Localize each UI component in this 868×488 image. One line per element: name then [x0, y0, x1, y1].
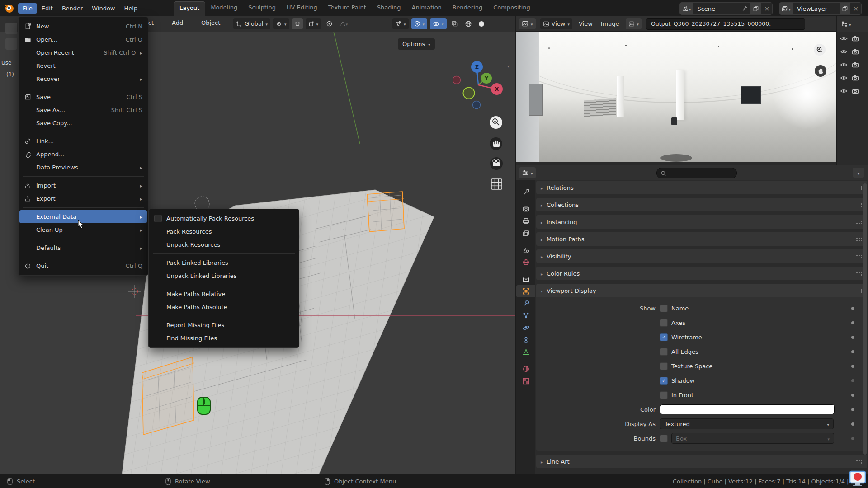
image-mode-dropdown[interactable]: View: [540, 18, 572, 29]
menu-item-revert[interactable]: Revert: [19, 59, 148, 72]
new-viewlayer-icon[interactable]: [840, 3, 850, 14]
shading-wireframe-button[interactable]: [463, 20, 474, 28]
tab-shading[interactable]: Shading: [372, 1, 406, 16]
menu-item-export[interactable]: Export: [19, 192, 148, 205]
hide-viewport-eye-icon[interactable]: [840, 75, 848, 81]
menu-item-auto-pack-resources[interactable]: Automatically Pack Resources: [149, 212, 299, 225]
in-front-checkbox[interactable]: [660, 391, 668, 399]
menu-item-append[interactable]: Append...: [19, 148, 148, 161]
panel-visibility[interactable]: Visibility: [536, 249, 867, 263]
tab-physics-properties[interactable]: [516, 322, 535, 334]
shading-solid-button[interactable]: [476, 20, 486, 28]
tab-compositing[interactable]: Compositing: [488, 1, 536, 16]
menu-item-new[interactable]: New Ctrl N: [19, 20, 148, 33]
tab-tool-properties[interactable]: [516, 186, 535, 198]
properties-filter-button[interactable]: [853, 168, 864, 178]
hide-viewport-eye-icon[interactable]: [840, 88, 848, 94]
shadow-checkbox[interactable]: [660, 377, 668, 385]
menu-item-pack-resources[interactable]: Pack Resources: [149, 225, 299, 238]
animate-dot[interactable]: [851, 437, 854, 440]
animate-dot[interactable]: [851, 336, 854, 339]
disable-render-camera-icon[interactable]: [852, 36, 859, 42]
viewport-camera-button[interactable]: [490, 157, 503, 170]
panel-viewport-display[interactable]: Viewport Display: [536, 284, 867, 297]
panel-drag-grip[interactable]: [855, 220, 863, 225]
tab-collection-properties[interactable]: [516, 273, 535, 285]
remove-viewlayer-icon[interactable]: [850, 3, 861, 14]
snap-magnet-toggle[interactable]: [292, 18, 303, 29]
animate-dot[interactable]: [851, 408, 854, 411]
disable-render-camera-icon[interactable]: [852, 62, 859, 68]
tab-animation[interactable]: Animation: [406, 1, 447, 16]
menu-item-open[interactable]: Open... Ctrl O: [19, 33, 148, 46]
menu-item-data-previews[interactable]: Data Previews: [19, 161, 148, 174]
viewport-menu-add[interactable]: Add: [172, 19, 183, 26]
texture-space-checkbox[interactable]: [660, 362, 668, 370]
menu-item-open-recent[interactable]: Open Recent Shift Ctrl O: [19, 46, 148, 59]
menu-item-report-missing-files[interactable]: Report Missing Files: [149, 319, 299, 332]
auto-pack-checkbox[interactable]: [154, 215, 162, 222]
menu-item-save-as[interactable]: Save As... Shift Ctrl S: [19, 103, 148, 117]
menu-item-link[interactable]: Link...: [19, 135, 148, 148]
menu-window[interactable]: Window: [87, 3, 119, 14]
hide-viewport-eye-icon[interactable]: [840, 49, 848, 55]
disable-render-camera-icon[interactable]: [852, 49, 859, 55]
tab-uv-editing[interactable]: UV Editing: [281, 1, 323, 16]
tab-scene-properties[interactable]: [516, 244, 535, 256]
xray-toggle[interactable]: [449, 20, 460, 27]
viewport-zoom-button[interactable]: [490, 116, 502, 129]
wireframe-checkbox[interactable]: [660, 333, 668, 341]
panel-relations[interactable]: Relations: [536, 181, 867, 194]
panorama-image[interactable]: [516, 32, 836, 162]
viewlayer-browse-button[interactable]: [779, 3, 793, 14]
menu-item-recover[interactable]: Recover: [19, 72, 148, 85]
blender-logo-icon[interactable]: [4, 2, 15, 14]
name-checkbox[interactable]: [660, 305, 668, 312]
unlink-scene-icon[interactable]: [761, 3, 772, 14]
tab-particle-properties[interactable]: [516, 310, 535, 322]
menu-item-find-missing-files[interactable]: Find Missing Files: [149, 332, 299, 345]
editor-type-dropdown[interactable]: [519, 18, 536, 29]
disable-render-camera-icon[interactable]: [852, 88, 859, 94]
panel-drag-grip[interactable]: [855, 237, 863, 242]
panel-drag-grip[interactable]: [855, 459, 863, 464]
toolbar-cursor-tool-button[interactable]: [5, 38, 17, 50]
scene-name[interactable]: Scene: [693, 5, 740, 12]
viewport-options-button[interactable]: Options: [398, 38, 435, 50]
menu-item-defaults[interactable]: Defaults: [19, 241, 148, 254]
display-as-dropdown[interactable]: Textured: [660, 418, 834, 429]
show-overlays-toggle[interactable]: [430, 18, 447, 29]
tab-world-properties[interactable]: [516, 256, 535, 268]
object-visibility-dropdown[interactable]: [392, 18, 409, 29]
properties-type-dropdown[interactable]: [519, 167, 536, 178]
proportional-falloff-dropdown[interactable]: [337, 20, 349, 27]
sidebar-collapse-chevron[interactable]: ‹: [507, 62, 510, 70]
outliner-display-mode-icon[interactable]: [841, 21, 848, 28]
tab-viewlayer-properties[interactable]: [516, 227, 535, 239]
scene-browse-button[interactable]: [680, 3, 693, 14]
tab-layout[interactable]: Layout: [174, 1, 205, 16]
panel-drag-grip[interactable]: [855, 271, 863, 276]
panel-instancing[interactable]: Instancing: [536, 215, 867, 229]
tab-modeling[interactable]: Modeling: [205, 1, 243, 16]
properties-scrollbar[interactable]: [863, 183, 867, 455]
snap-with-dropdown[interactable]: [306, 18, 321, 29]
viewport-pan-button[interactable]: [490, 137, 502, 150]
animate-dot[interactable]: [851, 321, 854, 324]
image-pan-button[interactable]: [815, 65, 826, 77]
transform-orientation-dropdown[interactable]: Global: [233, 18, 270, 29]
object-color-swatch[interactable]: [660, 404, 835, 414]
proportional-editing-toggle[interactable]: [324, 20, 335, 27]
menu-item-make-paths-absolute[interactable]: Make Paths Absolute: [149, 300, 299, 314]
menu-item-save[interactable]: Save Ctrl S: [19, 90, 148, 103]
hide-viewport-eye-icon[interactable]: [840, 36, 848, 42]
menu-item-quit[interactable]: Quit Ctrl Q: [19, 259, 148, 272]
disable-render-camera-icon[interactable]: [852, 75, 859, 81]
viewport-grid-button[interactable]: [491, 179, 502, 189]
bounds-checkbox[interactable]: [660, 435, 668, 442]
hide-viewport-eye-icon[interactable]: [840, 62, 848, 68]
viewlayer-name[interactable]: ViewLayer: [793, 5, 840, 12]
menu-item-make-paths-relative[interactable]: Make Paths Relative: [149, 287, 299, 300]
tab-object-properties[interactable]: [516, 285, 535, 297]
tab-output-properties[interactable]: [516, 215, 535, 227]
